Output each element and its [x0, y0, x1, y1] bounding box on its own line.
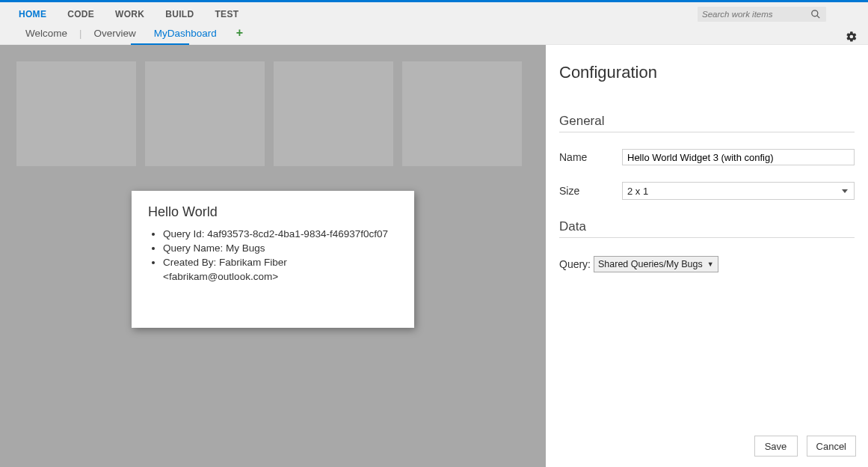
section-data: Data: [559, 219, 855, 238]
label-name: Name: [559, 151, 622, 163]
content: Hello World Query Id: 4af93573-8cd2-4ba1…: [0, 45, 868, 467]
save-button[interactable]: Save: [754, 436, 798, 457]
label-query: Query:: [559, 258, 591, 270]
widget-list: Query Id: 4af93573-8cd2-4ba1-9834-f46937…: [148, 228, 398, 284]
nav-work[interactable]: WORK: [107, 9, 153, 19]
label-size: Size: [559, 185, 622, 197]
placeholder-row: [16, 61, 522, 166]
select-query-value: Shared Queries/My Bugs: [598, 259, 703, 269]
section-general: General: [559, 114, 855, 132]
cancel-button[interactable]: Cancel: [807, 436, 856, 457]
placeholder-tile[interactable]: [274, 61, 393, 166]
placeholder-tile[interactable]: [402, 61, 522, 166]
row-name: Name: [559, 149, 855, 165]
gear-icon: [846, 31, 858, 43]
subnav-separator: |: [79, 28, 81, 39]
subnav-overview[interactable]: Overview: [84, 28, 144, 39]
select-size[interactable]: 2 x 1: [622, 182, 855, 200]
svg-line-1: [817, 16, 819, 18]
settings-button[interactable]: [846, 31, 858, 43]
nav-code[interactable]: CODE: [59, 9, 102, 19]
widget-list-item: Query Name: My Bugs: [163, 242, 398, 256]
config-title: Configuration: [559, 63, 855, 82]
input-name[interactable]: [622, 149, 855, 165]
row-query: Query: Shared Queries/My Bugs: [559, 256, 855, 272]
button-bar: Save Cancel: [754, 436, 856, 457]
hello-world-widget[interactable]: Hello World Query Id: 4af93573-8cd2-4ba1…: [132, 191, 414, 328]
select-query[interactable]: Shared Queries/My Bugs: [594, 256, 718, 272]
widget-list-item: Created By: Fabrikam Fiber <fabrikam@out…: [163, 256, 398, 284]
nav-build[interactable]: BUILD: [157, 9, 202, 19]
placeholder-tile[interactable]: [145, 61, 265, 166]
widget-title: Hello World: [148, 204, 398, 220]
configuration-panel: Configuration General Name Size 2 x 1 Da…: [546, 45, 868, 467]
row-size: Size 2 x 1: [559, 182, 855, 200]
placeholder-tile[interactable]: [16, 61, 136, 166]
subnav-mydashboard[interactable]: MyDashboard: [145, 28, 226, 39]
select-size-value: 2 x 1: [627, 186, 648, 197]
search-icon[interactable]: [810, 9, 822, 20]
svg-point-0: [812, 10, 818, 16]
nav-home[interactable]: HOME: [10, 9, 55, 19]
subnav-welcome[interactable]: Welcome: [16, 28, 76, 39]
widget-list-item: Query Id: 4af93573-8cd2-4ba1-9834-f46937…: [163, 228, 398, 242]
search-input[interactable]: [698, 10, 802, 19]
add-dashboard-button[interactable]: +: [236, 27, 243, 39]
nav-test[interactable]: TEST: [206, 9, 247, 19]
dashboard-canvas: Hello World Query Id: 4af93573-8cd2-4ba1…: [0, 45, 546, 467]
search-container: [698, 7, 826, 22]
header: HOME CODE WORK BUILD TEST Welcome | Over…: [0, 2, 868, 45]
sub-nav: Welcome | Overview MyDashboard +: [0, 23, 868, 43]
